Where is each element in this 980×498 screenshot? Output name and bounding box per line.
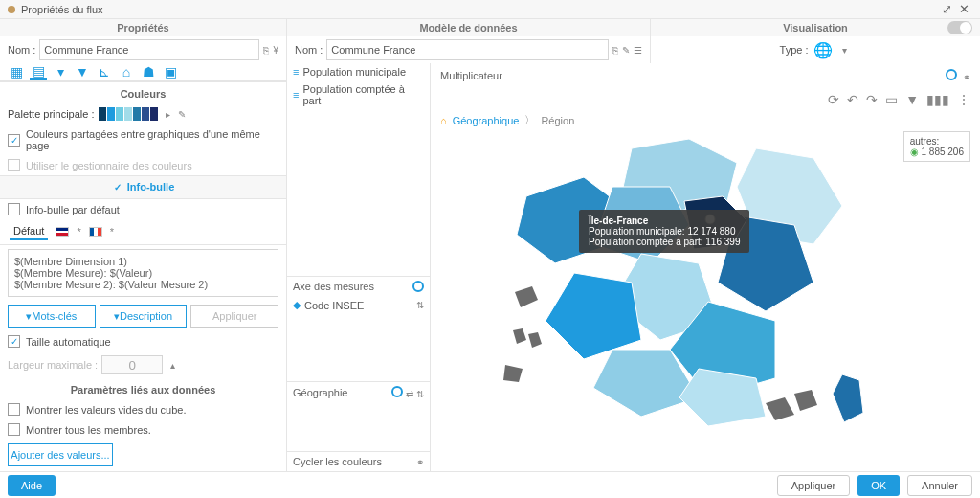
ring-icon[interactable] xyxy=(412,281,424,292)
france-map[interactable] xyxy=(498,129,880,426)
edit-palette-icon[interactable]: ✎ xyxy=(178,109,186,120)
show-empty-checkbox[interactable] xyxy=(8,403,20,416)
keywords-button[interactable]: ▾ Mots-clés xyxy=(8,305,96,328)
geography-section: Géographie ⇄ ⇅ xyxy=(287,381,430,403)
chevron-down-icon[interactable]: ▾ xyxy=(838,45,851,56)
map-tooltip: Île-de-France Population municipale: 12 … xyxy=(579,210,749,253)
bars-icon[interactable]: ▮▮▮ xyxy=(926,92,949,107)
multiplier-label: Multiplicateur xyxy=(440,70,502,81)
tab-layers-icon[interactable]: ▤ xyxy=(30,63,47,80)
colors-header: Couleurs xyxy=(0,82,286,103)
hierarchy-icon-2[interactable]: ⇅ xyxy=(416,389,424,399)
palette-chevron-icon[interactable]: ▸ xyxy=(162,109,174,120)
hierarchy-icon[interactable]: ⇅ xyxy=(416,300,424,310)
share-colors-label: Couleurs partagées entre graphiques d'un… xyxy=(26,128,278,151)
show-all-checkbox[interactable] xyxy=(8,423,20,436)
flag-uk-icon[interactable] xyxy=(56,227,69,237)
currency-icon[interactable]: ¥ xyxy=(273,45,278,56)
data-params-header: Paramètres liés aux données xyxy=(0,378,286,399)
subtab-default[interactable]: Défaut xyxy=(10,223,48,240)
infobulle-check-icon[interactable]: ✓ xyxy=(112,181,124,193)
show-empty-label: Montrer les valeurs vides du cube. xyxy=(26,404,187,416)
filter-icon[interactable]: ▼ xyxy=(905,92,919,107)
dim-code-insee[interactable]: ◆Code INSEE⇅ xyxy=(287,296,430,314)
copy-icon[interactable]: ⎘ xyxy=(263,45,269,56)
others-box: autres: ◉ 1 885 206 xyxy=(903,131,970,162)
add-values-button[interactable]: Ajouter des valeurs... xyxy=(8,443,113,466)
description-button[interactable]: ▾ Description xyxy=(100,305,188,328)
edit-icon[interactable]: ✎ xyxy=(622,45,630,56)
tab-tag-icon[interactable]: ⌂ xyxy=(118,63,135,80)
link-icon[interactable]: ⚭ xyxy=(416,457,424,467)
ring-icon-3[interactable] xyxy=(946,69,957,80)
database-icon[interactable]: ☰ xyxy=(634,45,642,56)
auto-size-checkbox[interactable]: ✓ xyxy=(8,335,20,348)
panel-title-properties: Propriétés xyxy=(0,19,286,36)
name-label: Nom : xyxy=(8,44,35,56)
ok-button[interactable]: OK xyxy=(858,475,900,496)
cast-icon[interactable]: ▭ xyxy=(885,92,898,107)
ring-icon-2[interactable] xyxy=(391,386,403,397)
tooltip-template[interactable]: $(Membre Dimension 1) $(Membre Mesure): … xyxy=(8,249,278,297)
stepper-up-icon: ▴ xyxy=(167,360,179,371)
pin-icon: ◉ xyxy=(910,147,919,157)
palette-swatches[interactable] xyxy=(99,107,158,121)
tab-briefcase-icon[interactable]: ▣ xyxy=(162,63,179,80)
vis-toggle[interactable] xyxy=(947,21,972,34)
tab-shield-icon[interactable]: ☗ xyxy=(140,63,157,80)
vis-toolbar: ⟳ ↶ ↷ ▭ ▼ ▮▮▮ ⋮ xyxy=(431,88,980,111)
tab-filter-icon[interactable]: ▼ xyxy=(74,63,91,80)
cancel-button[interactable]: Annuler xyxy=(907,475,972,496)
close-icon[interactable]: ✕ xyxy=(955,1,972,18)
tab-grid-icon[interactable]: ▦ xyxy=(8,63,25,80)
color-manager-label: Utiliser le gestionnaire des couleurs xyxy=(26,160,192,171)
window-title: Propriétés du flux xyxy=(21,4,938,15)
infobulle-header: Info-bulle xyxy=(127,181,175,192)
panel-title-visualisation: Visualisation xyxy=(651,19,980,36)
max-width-input xyxy=(101,355,163,374)
auto-size-label: Taille automatique xyxy=(26,336,111,348)
axis-measures-section: Axe des mesures xyxy=(287,276,430,296)
flag-fr-icon[interactable] xyxy=(89,227,102,237)
measure-pop-apart[interactable]: ≡Population comptée à part xyxy=(287,80,430,109)
undo-icon[interactable]: ↶ xyxy=(847,92,858,107)
copy-icon-2[interactable]: ⎘ xyxy=(612,45,618,56)
swap-icon[interactable]: ⇄ xyxy=(406,389,413,399)
share-colors-checkbox[interactable]: ✓ xyxy=(8,134,20,147)
measure-pop-municipale[interactable]: ≡Population municipale xyxy=(287,63,430,80)
property-tabs: ▦ ▤ ▾ ▼ ⊾ ⌂ ☗ ▣ xyxy=(0,63,286,82)
cycle-colors-section: Cycler les couleurs ⚭ xyxy=(287,451,430,471)
show-all-label: Montrer tous les membres. xyxy=(26,424,151,436)
panel-title-model: Modèle de données xyxy=(287,19,650,36)
refresh-icon[interactable]: ⟳ xyxy=(828,92,839,107)
app-dot-icon xyxy=(8,6,15,13)
help-button[interactable]: Aide xyxy=(8,475,56,496)
model-name-input[interactable] xyxy=(326,39,609,60)
apply-template-button: Appliquer xyxy=(190,305,278,328)
home-icon[interactable]: ⌂ xyxy=(440,115,447,126)
vis-type-label: Type : xyxy=(780,44,809,56)
breadcrumb-geographique[interactable]: Géographique xyxy=(453,115,520,126)
more-icon[interactable]: ⋮ xyxy=(957,92,970,107)
expand-icon[interactable]: ⤢ xyxy=(938,1,955,18)
redo-icon[interactable]: ↷ xyxy=(866,92,878,107)
tab-chevron-icon[interactable]: ▾ xyxy=(52,63,69,80)
color-manager-checkbox xyxy=(8,159,20,171)
breadcrumb: ⌂ Géographique 〉 Région xyxy=(431,111,980,129)
default-tooltip-checkbox[interactable] xyxy=(8,203,20,215)
breadcrumb-region[interactable]: Région xyxy=(541,115,574,126)
flux-name-input[interactable] xyxy=(39,39,259,60)
default-tooltip-label: Info-bulle par défaut xyxy=(26,204,120,215)
apply-button[interactable]: Appliquer xyxy=(777,475,850,496)
palette-label: Palette principale : xyxy=(8,108,95,120)
max-width-label: Largeur maximale : xyxy=(8,359,98,371)
name-label-2: Nom : xyxy=(295,44,323,56)
globe-icon[interactable]: 🌐 xyxy=(813,41,833,59)
tab-ruler-icon[interactable]: ⊾ xyxy=(96,63,113,80)
link-icon-2[interactable]: ⚭ xyxy=(963,72,970,82)
